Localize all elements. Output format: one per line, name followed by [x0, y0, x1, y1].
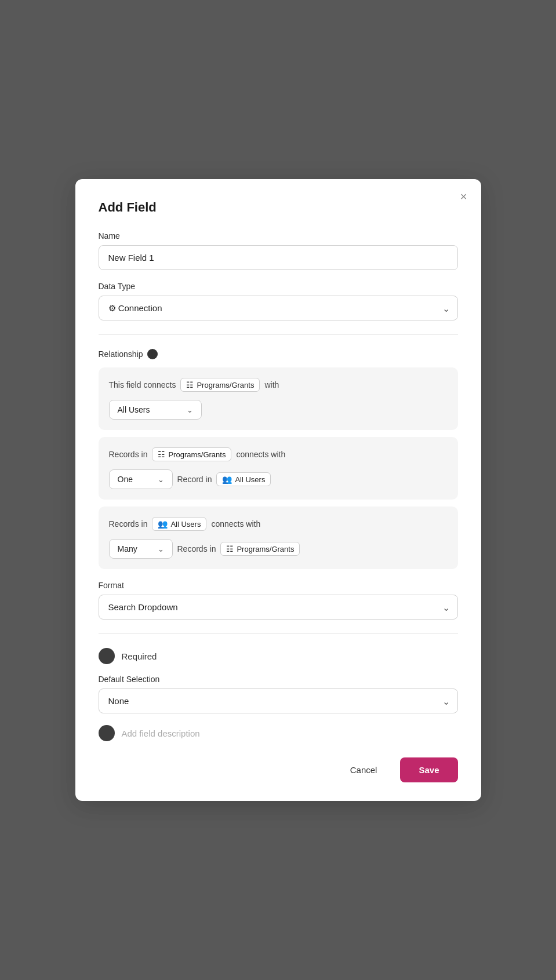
data-type-wrapper: ⚙ Connection Text Number Date ⌄	[99, 296, 458, 320]
relationship-label-text: Relationship	[99, 349, 143, 359]
table-icon-1: ☷	[186, 380, 194, 389]
card1-record-in-text: Record in	[177, 475, 212, 484]
one-chevron-icon: ⌄	[158, 475, 164, 484]
many-chevron-icon: ⌄	[158, 545, 164, 553]
default-selection-wrapper: None ⌄	[99, 688, 458, 713]
card2-records-in-text: Records in	[109, 519, 148, 529]
relationship-card-2: Records in 👥 All Users connects with Man…	[99, 507, 458, 569]
footer-buttons: Cancel Save	[99, 757, 458, 782]
default-selection-section: Default Selection None ⌄	[99, 675, 458, 713]
relationship-info-icon[interactable]: i	[147, 349, 158, 359]
card1-programs-grants-tag: ☷ Programs/Grants	[152, 447, 231, 461]
relationship-label-row: Relationship i	[99, 349, 458, 359]
card2-users-icon: 👥	[158, 519, 168, 529]
required-label: Required	[122, 651, 157, 661]
card1-connects-with-text: connects with	[236, 450, 285, 459]
with-text: with	[264, 380, 279, 389]
modal-title: Add Field	[99, 200, 458, 215]
name-section: Name	[99, 231, 458, 270]
add-field-modal: × Add Field Name Data Type ⚙ Connection …	[75, 179, 481, 801]
format-select[interactable]: Search Dropdown List Inline	[99, 595, 458, 620]
this-field-connects-text: This field connects	[109, 380, 176, 389]
card2-connects-with-text: connects with	[211, 519, 260, 529]
card1-table-icon: ☷	[158, 450, 165, 459]
name-label: Name	[99, 231, 458, 241]
card2-bottom-row: Many ⌄ Records in ☷ Programs/Grants	[109, 539, 448, 559]
many-label: Many	[118, 544, 137, 553]
card2-table-icon: ☷	[226, 544, 234, 553]
description-label: Add field description	[122, 728, 200, 738]
card1-top-row: Records in ☷ Programs/Grants connects wi…	[109, 447, 448, 461]
programs-grants-tag-1: ☷ Programs/Grants	[180, 378, 260, 392]
card1-all-users-tag: 👥 All Users	[216, 472, 271, 486]
relationship-section: Relationship i This field connects ☷ Pro…	[99, 349, 458, 569]
default-selection-label: Default Selection	[99, 675, 458, 684]
card2-top-row: Records in 👥 All Users connects with	[109, 517, 448, 531]
description-toggle-row[interactable]: Add field description	[99, 725, 458, 741]
cancel-button[interactable]: Cancel	[334, 757, 394, 782]
all-users-dropdown-wrapper[interactable]: All Users ⌄	[109, 400, 448, 420]
card2-programs-grants-tag: ☷ Programs/Grants	[220, 542, 300, 556]
divider-2	[99, 633, 458, 634]
name-input[interactable]	[99, 245, 458, 270]
format-label: Format	[99, 581, 458, 590]
one-dropdown[interactable]: One ⌄	[109, 469, 173, 489]
data-type-label: Data Type	[99, 282, 458, 291]
required-toggle[interactable]	[99, 648, 115, 664]
divider-1	[99, 334, 458, 335]
format-select-wrapper: Search Dropdown List Inline ⌄	[99, 595, 458, 620]
format-section: Format Search Dropdown List Inline ⌄	[99, 581, 458, 620]
card1-bottom-row: One ⌄ Record in 👥 All Users	[109, 469, 448, 489]
connects-intro-row: This field connects ☷ Programs/Grants wi…	[109, 378, 448, 392]
card1-users-icon: 👥	[222, 475, 232, 484]
many-dropdown[interactable]: Many ⌄	[109, 539, 173, 559]
default-selection-select[interactable]: None	[99, 688, 458, 713]
close-button[interactable]: ×	[460, 191, 467, 202]
all-users-chevron-icon: ⌄	[187, 406, 193, 414]
data-type-select[interactable]: ⚙ Connection Text Number Date	[99, 296, 458, 320]
data-type-section: Data Type ⚙ Connection Text Number Date …	[99, 282, 458, 320]
required-toggle-row[interactable]: Required	[99, 648, 458, 664]
modal-overlay: × Add Field Name Data Type ⚙ Connection …	[0, 0, 556, 980]
card2-all-users-tag: 👥 All Users	[152, 517, 206, 531]
description-toggle[interactable]	[99, 725, 115, 741]
relationship-card-1: Records in ☷ Programs/Grants connects wi…	[99, 437, 458, 500]
card2-records-in2-text: Records in	[177, 544, 216, 553]
all-users-label: All Users	[118, 405, 150, 414]
save-button[interactable]: Save	[400, 757, 457, 782]
all-users-dropdown[interactable]: All Users ⌄	[109, 400, 202, 420]
one-label: One	[118, 475, 133, 484]
card1-records-in-text: Records in	[109, 450, 148, 459]
